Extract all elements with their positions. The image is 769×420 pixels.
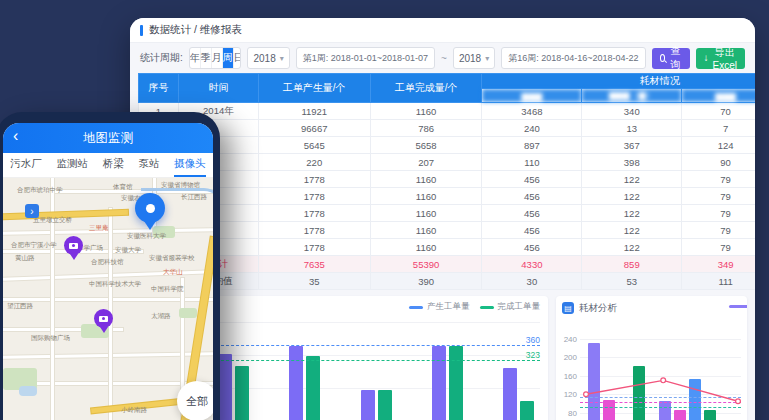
y-tick-label: 200: [564, 353, 577, 362]
legend-label: 完成工单量: [498, 301, 541, 313]
back-icon[interactable]: ‹: [13, 128, 18, 144]
table-cell: 786: [370, 120, 482, 137]
map-label: 合肥市宁溪小学: [11, 241, 57, 250]
line-point[interactable]: [736, 399, 741, 404]
bar-完成工单量[interactable]: [235, 366, 249, 420]
table-cell: 340: [582, 103, 682, 120]
y-tick-label: 160: [564, 372, 577, 381]
bar-group: [503, 368, 534, 420]
bar-产生工单量[interactable]: [218, 354, 232, 420]
period-option-周[interactable]: 周: [223, 48, 234, 68]
workorder-chart-card: 产生工单量完成工单量 360323: [208, 296, 548, 420]
gridline: [216, 322, 540, 323]
table-cell: 1160: [370, 222, 482, 239]
bar-产生工单量[interactable]: [361, 390, 375, 420]
table-row: 177811604561227967: [139, 205, 756, 222]
table-total-row: 合计7635553904330859349334: [139, 256, 756, 273]
legend-label: 产生工单量: [427, 301, 470, 313]
col-header-consumables: 耗材情况: [482, 74, 755, 89]
col-subheader-blurred-2: ▆▆▆（▆）: [582, 89, 682, 103]
export-excel-button[interactable]: ↓ 导出Excel: [696, 48, 745, 69]
report-table-wrap: 序号 时间 工单产生量/个 工单完成量/个 耗材情况 ▆▆▆▆▆▆（▆）▆▆▆▆…: [138, 73, 755, 290]
table-cell: 90: [682, 154, 755, 171]
phone-tab-摄像头[interactable]: 摄像头: [174, 153, 206, 177]
bar-完成工单量[interactable]: [378, 390, 392, 420]
legend-swatch-cutoff: [729, 305, 747, 308]
period-option-年[interactable]: 年: [190, 48, 201, 68]
bar-产生工单量[interactable]: [432, 346, 446, 420]
table-cell: 1160: [370, 171, 482, 188]
col-header-time: 时间: [178, 74, 258, 103]
table-cell: 4330: [482, 256, 582, 273]
table-average-row: 平均值35390305311114: [139, 273, 756, 290]
map-expand-button[interactable]: ›: [25, 204, 39, 218]
table-cell: 122: [582, 239, 682, 256]
table-row: 56455658897367124129: [139, 137, 756, 154]
table-cell: 79: [682, 188, 755, 205]
table-cell: 390: [370, 273, 482, 290]
phone-title: 地图监测: [83, 130, 133, 147]
table-cell: 79: [682, 222, 755, 239]
map-view[interactable]: 合肥市琥珀中学体育馆安徽农业大学安徽省博物馆长江西路五里墩立交桥三里庵安徽医科大…: [3, 178, 213, 420]
table-row: 177811604561227967: [139, 239, 756, 256]
selected-location-pin[interactable]: [135, 193, 165, 223]
map-label: 长江西路: [181, 193, 207, 202]
table-cell: 122: [582, 171, 682, 188]
phone-screen: ‹ 地图监测 污水厂监测站桥梁泵站摄像头: [3, 123, 213, 420]
map-label: 安徽省博物馆: [161, 181, 200, 190]
legend-item[interactable]: 产生工单量: [409, 301, 470, 313]
table-cell: 456: [482, 205, 582, 222]
reference-line: 360: [216, 345, 540, 346]
table-cell: 79: [682, 239, 755, 256]
table-cell: 897: [482, 137, 582, 154]
table-cell: 859: [582, 256, 682, 273]
table-cell: 1160: [370, 239, 482, 256]
table-cell: 1778: [258, 239, 370, 256]
dashboard-window: 数据统计 / 维修报表 统计周期: 年季月周日 2018 ▾ 第1周: 2018…: [130, 18, 755, 420]
bar-group: [289, 346, 320, 420]
workorder-chart-legend: 产生工单量完成工单量: [216, 300, 540, 314]
table-cell: 456: [482, 239, 582, 256]
consumable-chart-title-row: ▤ 耗材分析: [562, 300, 741, 316]
camera-marker[interactable]: [64, 236, 83, 255]
bar-产生工单量[interactable]: [503, 368, 517, 420]
line-point[interactable]: [661, 378, 666, 383]
year-end-select[interactable]: 2018 ▾: [453, 47, 495, 69]
bar-完成工单量[interactable]: [306, 356, 320, 420]
table-cell: 240: [482, 120, 582, 137]
bar-完成工单量[interactable]: [449, 346, 463, 420]
bar-完成工单量[interactable]: [520, 401, 534, 420]
table-row: 177811604561227967: [139, 222, 756, 239]
bar-group: [218, 354, 249, 420]
phone-tab-监测站[interactable]: 监测站: [57, 153, 89, 177]
year-start-select[interactable]: 2018 ▾: [247, 47, 289, 69]
line-point[interactable]: [584, 392, 589, 397]
phone-tab-污水厂[interactable]: 污水厂: [10, 153, 42, 177]
range-separator: ~: [441, 53, 447, 64]
bar-groups: [218, 346, 534, 420]
week-end-display[interactable]: 第16周: 2018-04-16~2018-04-22: [501, 47, 645, 69]
period-option-月[interactable]: 月: [212, 48, 223, 68]
week-start-display[interactable]: 第1周: 2018-01-01~2018-01-07: [296, 47, 435, 69]
query-button[interactable]: 查询: [652, 48, 690, 69]
table-cell: 456: [482, 171, 582, 188]
phone-tab-泵站[interactable]: 泵站: [138, 153, 159, 177]
bar-产生工单量[interactable]: [289, 346, 303, 420]
show-all-button[interactable]: 全部: [177, 381, 213, 420]
period-option-季[interactable]: 季: [201, 48, 212, 68]
col-subheader-blurred-3: ▆▆▆: [682, 89, 755, 103]
map-label: 大华山: [163, 268, 183, 277]
screenshot-root: 数据统计 / 维修报表 统计周期: 年季月周日 2018 ▾ 第1周: 2018…: [0, 0, 769, 420]
col-header-done: 工单完成量/个: [370, 74, 482, 103]
query-button-label: 查询: [669, 44, 681, 72]
charts-row: 产生工单量完成工单量 360323 ▤ 耗材分析 240200160120804…: [208, 296, 747, 420]
phone-header: ‹ 地图监测: [3, 123, 213, 153]
y-tick-label: 80: [568, 409, 577, 418]
legend-item[interactable]: 完成工单量: [480, 301, 541, 313]
period-option-日[interactable]: 日: [234, 48, 242, 68]
table-row: 12014年119211160346834070250: [139, 103, 756, 120]
table-cell: 13: [582, 120, 682, 137]
phone-tab-桥梁[interactable]: 桥梁: [103, 153, 124, 177]
camera-marker[interactable]: [94, 309, 113, 328]
table-cell: 5658: [370, 137, 482, 154]
